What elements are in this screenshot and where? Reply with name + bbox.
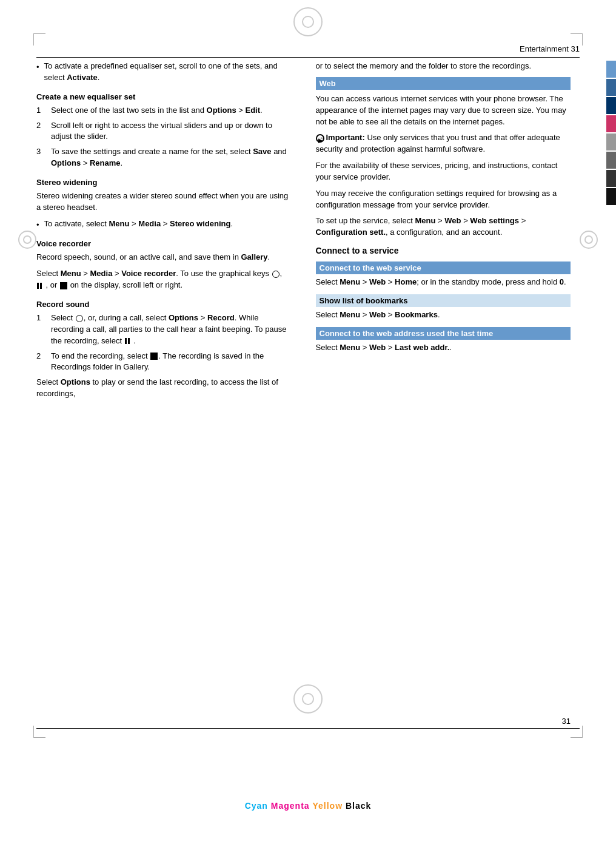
record-num-2: 2	[36, 351, 45, 374]
page-container: Entertainment 31 • To activate a predefi…	[0, 0, 616, 847]
bullet-activate-text: To activate a predefined equaliser set, …	[44, 61, 292, 84]
color-cyan-label: Cyan	[245, 801, 268, 811]
bullet-stereo: • To activate, select Menu > Media > Ste…	[36, 218, 292, 231]
footer-bar	[36, 728, 580, 729]
bullet-dot-1: •	[36, 62, 39, 84]
record-item-1: 1 Select , or, during a call, select Opt…	[36, 312, 292, 347]
color-tabs	[606, 61, 616, 205]
right-column: or to select the memory and the folder t…	[310, 61, 571, 720]
stereo-body: Stereo widening creates a wider stereo s…	[36, 191, 292, 214]
numbered-item-1: 1 Select one of the last two sets in the…	[36, 105, 292, 116]
sub2-body: Select Menu > Web > Bookmarks.	[316, 309, 571, 321]
color-tab-5	[606, 133, 616, 150]
sub1-body: Select Menu > Web > Home; or in the stan…	[316, 277, 571, 288]
circle-left-decoration	[18, 231, 36, 249]
sub3-heading: Connect to the web address used the last…	[316, 327, 571, 340]
color-tab-8	[606, 188, 616, 205]
web-para2: For the availability of these services, …	[316, 160, 571, 183]
voice-body1: Record speech, sound, or an active call,…	[36, 252, 292, 263]
color-magenta-label: Magenta	[271, 801, 310, 811]
record-item-2-content: To end the recording, select . The recor…	[51, 351, 292, 374]
web-para3: You may receive the configuration settin…	[316, 188, 571, 211]
item-2-content: Scroll left or right to access the virtu…	[51, 120, 292, 143]
section-heading-equaliser: Create a new equaliser set	[36, 92, 292, 101]
page-header: Entertainment 31	[36, 44, 580, 58]
record-footer: Select Options to play or send the last …	[36, 377, 292, 400]
sub1-heading: Connect to the web service	[316, 262, 571, 274]
page-number: 31	[562, 717, 571, 726]
section-heading-voice: Voice recorder	[36, 239, 292, 248]
color-tab-6	[606, 152, 616, 169]
num-3: 3	[36, 146, 45, 169]
item-1-content: Select one of the last two sets in the l…	[51, 105, 292, 116]
item-3-content: To save the settings and create a name f…	[51, 146, 292, 169]
num-1: 1	[36, 105, 45, 116]
color-tab-1	[606, 61, 616, 78]
connect-title: Connect to a service	[316, 246, 571, 255]
bullet-stereo-text: To activate, select Menu > Media > Stere…	[44, 218, 233, 231]
corner-tr	[571, 33, 583, 46]
record-num-1: 1	[36, 312, 45, 347]
color-tab-7	[606, 170, 616, 187]
color-tab-3	[606, 97, 616, 114]
color-tab-4	[606, 115, 616, 132]
important-note: ►Important: Use only services that you t…	[316, 132, 571, 155]
web-section-header: Web	[316, 77, 571, 90]
web-para4: To set up the service, select Menu > Web…	[316, 215, 571, 238]
corner-tl	[33, 33, 45, 46]
intro-text: or to select the memory and the folder t…	[316, 61, 571, 72]
num-2: 2	[36, 120, 45, 143]
corner-bl	[33, 726, 45, 738]
color-black-label: Black	[346, 801, 371, 811]
voice-body2: Select Menu > Media > Voice recorder. To…	[36, 268, 292, 291]
sub2-heading: Show list of bookmarks	[316, 294, 571, 307]
circle-right-decoration	[580, 231, 598, 249]
bottom-color-bar: Cyan Magenta Yellow Black	[245, 801, 372, 811]
record-item-2: 2 To end the recording, select . The rec…	[36, 351, 292, 374]
sub3-body: Select Menu > Web > Last web addr..	[316, 342, 571, 354]
record-item-1-content: Select , or, during a call, select Optio…	[51, 312, 292, 347]
numbered-item-3: 3 To save the settings and create a name…	[36, 146, 292, 169]
section-heading-record: Record sound	[36, 300, 292, 309]
header-title: Entertainment 31	[520, 44, 580, 53]
circle-top-decoration	[293, 7, 323, 36]
web-body1: You can access various internet services…	[316, 93, 571, 128]
left-column: • To activate a predefined equaliser set…	[36, 61, 298, 720]
color-yellow-label: Yellow	[312, 801, 343, 811]
important-bold: Important:	[326, 133, 365, 142]
content-area: • To activate a predefined equaliser set…	[36, 61, 571, 720]
important-icon: ►	[316, 134, 324, 143]
bullet-activate: • To activate a predefined equaliser set…	[36, 61, 292, 84]
corner-br	[571, 726, 583, 738]
bullet-dot-2: •	[36, 220, 39, 231]
color-tab-2	[606, 79, 616, 96]
section-heading-stereo: Stereo widening	[36, 178, 292, 187]
numbered-item-2: 2 Scroll left or right to access the vir…	[36, 120, 292, 143]
